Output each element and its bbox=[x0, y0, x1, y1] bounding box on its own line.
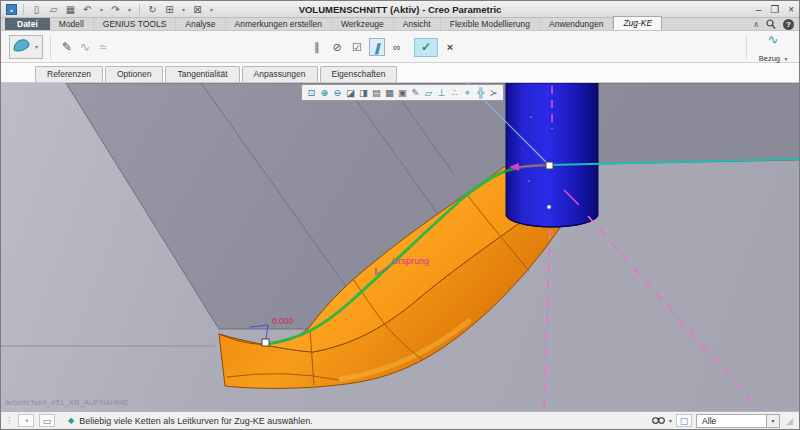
sweep-dashboard: ▾ ✎ ∿ ≈ ∥ ⊘ ☑ ∥ ∞ ✓ × ∿ Bezug ▾ bbox=[1, 31, 799, 63]
divider bbox=[23, 4, 24, 15]
datum-group-button[interactable]: ∿ Bezug ▾ bbox=[751, 32, 795, 65]
save-icon[interactable]: ▦ bbox=[64, 2, 77, 17]
drag-handle-end[interactable] bbox=[546, 162, 553, 169]
tab-referenzen[interactable]: Referenzen bbox=[35, 66, 103, 82]
tab-optionen[interactable]: Optionen bbox=[105, 66, 164, 82]
divider bbox=[746, 35, 747, 59]
divider bbox=[139, 4, 140, 15]
tab-modell[interactable]: Modell bbox=[50, 18, 94, 30]
close-window-icon[interactable]: ⊠ bbox=[191, 2, 204, 17]
prompt-icon: ◆ bbox=[68, 416, 74, 425]
redo-icon[interactable]: ↷ bbox=[109, 2, 122, 17]
chain-icon[interactable]: ∿ bbox=[76, 35, 94, 59]
zoom-in-icon[interactable]: ⊕ bbox=[319, 86, 330, 100]
open-icon[interactable]: ▱ bbox=[47, 2, 60, 17]
redo-caret[interactable]: ▾ bbox=[126, 6, 133, 13]
tab-eigenschaften[interactable]: Eigenschaften bbox=[320, 66, 398, 82]
dimension-value[interactable]: 0.000 bbox=[272, 316, 294, 326]
sweep-type-caret[interactable]: ▾ bbox=[33, 43, 40, 50]
pause-icon[interactable]: ∥ bbox=[309, 38, 325, 56]
saved-orientations-icon[interactable]: ▤ bbox=[371, 86, 382, 100]
tab-genius-tools[interactable]: GENIUS TOOLS bbox=[94, 18, 176, 30]
glasses-icon[interactable]: ∞ bbox=[389, 38, 405, 56]
find-caret[interactable]: ▾ bbox=[669, 417, 672, 424]
regenerate-icon[interactable]: ↻ bbox=[146, 2, 159, 17]
tab-anmerkungen[interactable]: Anmerkungen erstellen bbox=[226, 18, 332, 30]
points-display-icon[interactable]: ∴ bbox=[449, 86, 460, 100]
capture-icon[interactable]: ▣ bbox=[397, 86, 408, 100]
binoculars-icon[interactable] bbox=[652, 415, 665, 427]
verify-icon[interactable]: ☑ bbox=[349, 38, 365, 56]
collapse-ribbon-icon[interactable]: ∧ bbox=[753, 20, 759, 29]
axes-display-icon[interactable]: ⊥ bbox=[436, 86, 447, 100]
ribbon-tab-bar: Datei Modell GENIUS TOOLS Analyse Anmerk… bbox=[1, 18, 799, 31]
selection-filter-icon[interactable]: ≻ bbox=[488, 86, 499, 100]
minimize-button[interactable]: – bbox=[756, 2, 762, 17]
undo-icon[interactable]: ↶ bbox=[81, 2, 94, 17]
planes-display-icon[interactable]: ▱ bbox=[423, 86, 434, 100]
sash-icon[interactable]: ▭ bbox=[39, 414, 55, 427]
resize-grip[interactable]: ◢ bbox=[786, 416, 793, 426]
datum-point bbox=[530, 116, 532, 118]
named-views-icon[interactable]: ◪ bbox=[345, 86, 356, 100]
datum-group-caret[interactable]: ▾ bbox=[784, 56, 787, 62]
drag-handle-start[interactable] bbox=[262, 339, 269, 346]
datum-curve-icon: ∿ bbox=[751, 32, 795, 47]
datum-point bbox=[528, 180, 530, 182]
statusbar-grip[interactable]: ⋮ bbox=[5, 416, 13, 425]
customize-qat-caret[interactable]: ▾ bbox=[208, 6, 215, 13]
zoom-out-icon[interactable]: ⊖ bbox=[332, 86, 343, 100]
selection-filter-value: Alle bbox=[702, 416, 716, 426]
close-button[interactable]: × bbox=[788, 2, 794, 17]
undo-caret[interactable]: ▾ bbox=[98, 6, 105, 13]
in-graphics-toolbar: ⊡ ⊕ ⊖ ◪ ◨ ▤ ▦ ▣ ✎ ▱ ⊥ ∴ ⌖ ╬ ≻ bbox=[301, 84, 504, 101]
dashboard-controls: ∥ ⊘ ☑ ∥ ∞ ✓ × bbox=[309, 31, 458, 63]
spin-center-icon[interactable]: ╬ bbox=[475, 86, 486, 100]
creo-window: ▪ ▯ ▱ ▦ ↶ ▾ ↷ ▾ ↻ ⊞ ▾ ⊠ ▾ VOLUMENSCHNITT… bbox=[0, 0, 800, 430]
datum-group-label: Bezug bbox=[759, 54, 780, 63]
display-style-icon[interactable]: ◨ bbox=[358, 86, 369, 100]
tab-anpassungen[interactable]: Anpassungen bbox=[242, 66, 318, 82]
tab-tangentialitaet[interactable]: Tangentialität bbox=[165, 66, 239, 82]
tab-ansicht[interactable]: Ansicht bbox=[394, 18, 441, 30]
guide-icon[interactable]: ≈ bbox=[94, 35, 112, 59]
datum-point-handle[interactable] bbox=[547, 205, 551, 209]
tab-analyse[interactable]: Analyse bbox=[176, 18, 225, 30]
selection-filter-select[interactable]: Alle ▾ bbox=[696, 414, 780, 428]
no-preview-icon[interactable]: ⊘ bbox=[329, 38, 345, 56]
csys-display-icon[interactable]: ⌖ bbox=[462, 86, 473, 100]
status-message: Beliebig viele Ketten als Leitkurven für… bbox=[79, 416, 313, 426]
preview-toggle-icon[interactable]: ∥ bbox=[369, 38, 385, 56]
cancel-feature-button[interactable]: × bbox=[442, 41, 458, 53]
select-box-icon[interactable]: ▢ bbox=[676, 414, 692, 427]
tab-werkzeuge[interactable]: Werkzeuge bbox=[332, 18, 394, 30]
selection-filter-caret[interactable]: ▾ bbox=[766, 415, 779, 427]
graphics-viewport[interactable]: 0.000 Ursprung ArbeitsTeil4_#51_XB_AUFNA… bbox=[1, 83, 799, 411]
tab-anwendungen[interactable]: Anwendungen bbox=[540, 18, 613, 30]
windows-icon[interactable]: ⊞ bbox=[163, 2, 176, 17]
new-file-icon[interactable]: ▯ bbox=[30, 2, 43, 17]
model-name-watermark: ArbeitsTeil4_#51_XB_AUFNAHME bbox=[5, 398, 129, 407]
view-manager-icon[interactable]: ▦ bbox=[384, 86, 395, 100]
dashboard-panel-tabs: Referenzen Optionen Tangentialität Anpas… bbox=[1, 63, 799, 83]
windows-caret[interactable]: ▾ bbox=[180, 6, 187, 13]
annotations-icon[interactable]: ✎ bbox=[410, 86, 421, 100]
help-icon[interactable]: ? bbox=[783, 19, 794, 30]
sweep-icon bbox=[12, 37, 32, 57]
sketch-icon[interactable]: ✎ bbox=[58, 35, 76, 59]
browser-icon[interactable]: ◔ bbox=[18, 414, 34, 427]
tab-flexible-modellierung[interactable]: Flexible Modellierung bbox=[441, 18, 540, 30]
title-bar: ▪ ▯ ▱ ▦ ↶ ▾ ↷ ▾ ↻ ⊞ ▾ ⊠ ▾ VOLUMENSCHNITT… bbox=[1, 1, 799, 18]
divider bbox=[50, 35, 51, 59]
app-icon[interactable]: ▪ bbox=[6, 4, 17, 15]
maximize-button[interactable]: ❐ bbox=[770, 2, 779, 17]
origin-label: Ursprung bbox=[392, 256, 429, 266]
sweep-type-button[interactable]: ▾ bbox=[9, 35, 43, 59]
tab-datei[interactable]: Datei bbox=[5, 18, 50, 30]
refit-icon[interactable]: ⊡ bbox=[306, 86, 317, 100]
tab-zug-ke[interactable]: Zug-KE bbox=[613, 16, 662, 30]
confirm-button[interactable]: ✓ bbox=[414, 38, 438, 57]
status-bar: ⋮ ◔ ▭ ◆ Beliebig viele Ketten als Leitku… bbox=[1, 411, 799, 429]
